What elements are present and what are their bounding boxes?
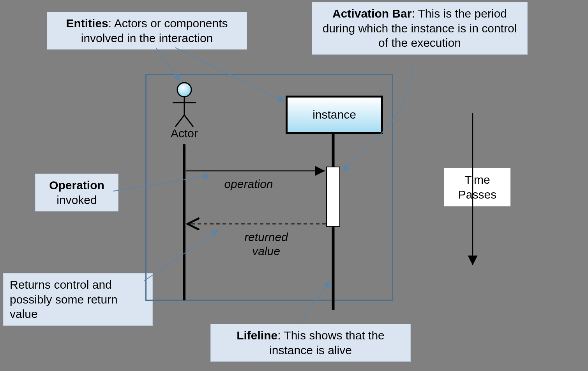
return-label-line2: value [235, 244, 297, 258]
actor-label: Actor [167, 127, 202, 140]
callout-entities-title: Entities [66, 17, 108, 30]
callout-entities: Entities: Actors or components involved … [47, 12, 247, 50]
return-message-label: returned value [235, 230, 297, 258]
time-line2: Passes [452, 187, 503, 202]
time-line1: Time [452, 172, 503, 187]
callout-lifeline-desc: : This shows that the instance is alive [269, 329, 385, 357]
instance-box: instance [286, 96, 383, 134]
callout-lifeline: Lifeline: This shows that the instance i… [210, 324, 411, 362]
callout-operation-desc: invoked [42, 193, 112, 208]
callout-lifeline-title: Lifeline [237, 329, 277, 342]
time-passes-label: Time Passes [444, 168, 510, 206]
operation-message-label: operation [217, 177, 280, 191]
callout-returns: Returns control and possibly some return… [3, 273, 153, 326]
callout-operation-title: Operation [49, 179, 104, 192]
callout-operation: Operation invoked [35, 174, 118, 211]
callout-activation: Activation Bar: This is the period durin… [312, 2, 528, 55]
instance-label: instance [313, 108, 356, 121]
callout-activation-title: Activation Bar [332, 7, 411, 20]
callout-returns-desc: Returns control and possibly some return… [10, 278, 118, 320]
return-label-line1: returned [235, 230, 297, 244]
